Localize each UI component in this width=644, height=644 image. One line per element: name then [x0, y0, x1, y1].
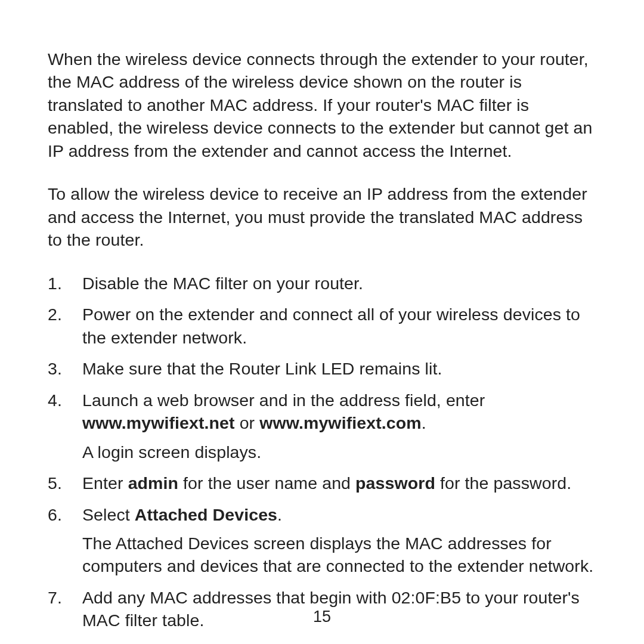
- step-1-text: Disable the MAC filter on your router.: [82, 274, 363, 293]
- step-4-sub: A login screen displays.: [82, 441, 596, 463]
- intro-paragraph-1: When the wireless device connects throug…: [48, 48, 596, 162]
- step-3: Make sure that the Router Link LED remai…: [48, 357, 596, 380]
- document-page: When the wireless device connects throug…: [0, 0, 644, 644]
- step-5-post: for the password.: [435, 473, 571, 493]
- step-5-mid: for the user name and: [178, 473, 355, 493]
- step-6-pre: Select: [82, 505, 135, 524]
- intro-paragraph-2: To allow the wireless device to receive …: [48, 182, 596, 251]
- step-3-text: Make sure that the Router Link LED remai…: [82, 359, 442, 378]
- step-4: Launch a web browser and in the address …: [48, 389, 596, 463]
- step-4-url1: www.mywifiext.net: [82, 413, 235, 432]
- step-4-pre: Launch a web browser and in the address …: [82, 391, 485, 410]
- step-5-password: password: [355, 473, 435, 493]
- page-number: 15: [0, 606, 644, 627]
- step-2-text: Power on the extender and connect all of…: [82, 305, 580, 346]
- step-5: Enter admin for the user name and passwo…: [48, 472, 596, 494]
- step-6-period: .: [277, 505, 282, 524]
- step-6-bold: Attached Devices: [135, 505, 277, 524]
- step-1: Disable the MAC filter on your router.: [48, 272, 596, 295]
- step-4-or: or: [235, 413, 260, 432]
- step-4-period: .: [422, 413, 426, 432]
- step-5-admin: admin: [128, 473, 178, 493]
- step-6-sub: The Attached Devices screen displays the…: [82, 532, 596, 578]
- step-5-pre: Enter: [82, 473, 128, 493]
- step-4-url2: www.mywifiext.com: [259, 413, 421, 432]
- step-6: Select Attached Devices. The Attached De…: [48, 503, 596, 578]
- step-2: Power on the extender and connect all of…: [48, 303, 596, 349]
- instruction-list: Disable the MAC filter on your router. P…: [48, 272, 596, 632]
